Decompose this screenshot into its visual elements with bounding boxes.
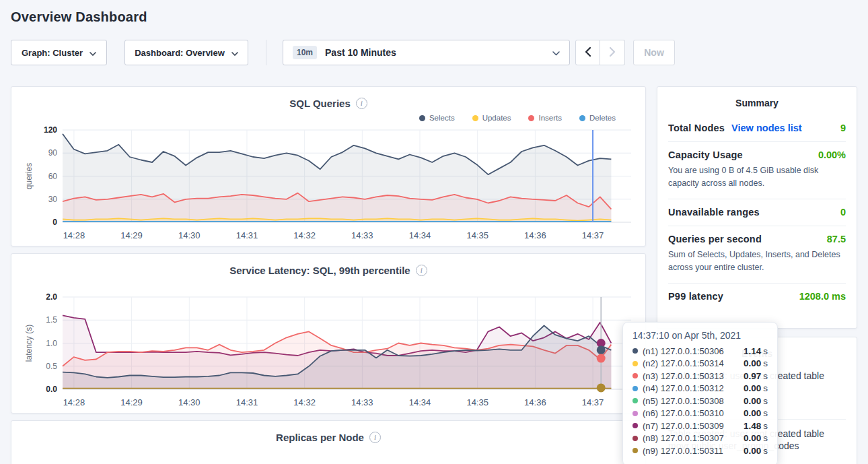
node-latency-value: 1.14s — [744, 346, 768, 356]
y-tick-label: 0 — [52, 218, 57, 227]
y-tick-label: 0.0 — [46, 385, 57, 394]
node-address: (n8) 127.0.0.1:50307 — [643, 433, 724, 443]
legend-item[interactable]: Deletes — [579, 114, 616, 122]
info-icon[interactable] — [416, 265, 427, 276]
hover-point — [597, 354, 606, 363]
queries-per-second-description: Sum of Selects, Updates, Inserts, and De… — [668, 248, 846, 275]
node-address: (n4) 127.0.0.1:50312 — [643, 383, 724, 393]
graph-dropdown[interactable]: Graph: Cluster — [11, 40, 107, 65]
node-address: (n3) 127.0.0.1:50313 — [643, 371, 724, 381]
node-address: (n5) 127.0.0.1:50308 — [643, 396, 724, 406]
tooltip-timestamp: 14:37:10 on Apr 5th, 2021 — [632, 330, 768, 341]
x-tick-label: 14:30 — [178, 230, 201, 240]
dashboard-dropdown[interactable]: Dashboard: Overview — [124, 40, 248, 65]
node-color-dot-icon — [632, 448, 638, 453]
node-color-dot-icon — [632, 386, 638, 391]
legend-item[interactable]: Selects — [419, 114, 455, 122]
x-tick-label: 14:37 — [582, 397, 604, 407]
x-tick-label: 14:34 — [409, 397, 431, 407]
legend-dot-icon — [528, 115, 534, 121]
queries-per-second-value: 87.5 — [827, 234, 846, 244]
replicas-chart-title: Replicas per Node — [276, 432, 364, 443]
legend-label: Deletes — [589, 114, 616, 122]
controls-divider — [266, 40, 266, 65]
node-color-dot-icon — [632, 436, 638, 441]
chevron-down-icon — [552, 46, 560, 59]
info-icon[interactable] — [356, 98, 367, 109]
legend-label: Selects — [429, 114, 455, 122]
x-tick-label: 14:35 — [466, 230, 489, 240]
node-color-dot-icon — [632, 411, 638, 416]
now-button[interactable]: Now — [633, 40, 675, 65]
summary-row-capacity-usage: Capacity Usage 0.00% You are using 0 B o… — [668, 141, 846, 199]
x-tick-label: 14:33 — [351, 230, 373, 240]
node-latency-value: 0.00s — [744, 396, 768, 406]
sql-queries-chart-canvas[interactable]: 14:2814:2914:3014:3114:3214:3314:3414:35… — [22, 125, 636, 242]
y-tick-label: 1.0 — [46, 339, 57, 348]
spacer — [22, 278, 635, 292]
tooltip-node-row: (n4) 127.0.0.1:50312 0.00s — [632, 383, 768, 395]
node-latency-value: 0.00s — [744, 446, 768, 456]
info-icon[interactable] — [369, 432, 381, 443]
graph-dropdown-label: Graph: Cluster — [22, 48, 83, 58]
summary-row-unavailable-ranges: Unavailable ranges 0 — [668, 199, 846, 226]
node-color-dot-icon — [632, 373, 638, 378]
x-tick-label: 14:32 — [293, 230, 316, 240]
y-tick-label: 30 — [48, 195, 58, 204]
chart-hover-tooltip: 14:37:10 on Apr 5th, 2021 (n1) 127.0.0.1… — [622, 322, 778, 464]
summary-row-queries-per-second: Queries per second 87.5 Sum of Selects, … — [668, 226, 846, 283]
node-address: (n1) 127.0.0.1:50306 — [643, 346, 724, 356]
node-color-dot-icon — [632, 398, 638, 403]
node-address: (n9) 127.0.0.1:50311 — [643, 446, 723, 456]
y-tick-label: 0.5 — [46, 362, 57, 371]
node-color-dot-icon — [632, 348, 638, 354]
legend-dot-icon — [472, 115, 478, 121]
y-tick-label: 60 — [48, 172, 58, 181]
node-address: (n7) 127.0.0.1:50309 — [643, 421, 724, 431]
view-nodes-list-link[interactable]: View nodes list — [731, 123, 802, 133]
legend-item[interactable]: Updates — [472, 114, 511, 122]
x-tick-label: 14:36 — [524, 397, 546, 407]
replicas-per-node-chart-card: Replicas per Node — [11, 420, 646, 464]
dashboard-dropdown-label: Dashboard: Overview — [135, 48, 225, 58]
time-back-button[interactable] — [575, 40, 600, 65]
y-tick-label: 1.5 — [46, 315, 57, 325]
hover-point — [597, 383, 606, 392]
time-step-buttons — [575, 40, 625, 65]
legend-dot-icon — [419, 115, 425, 121]
node-latency-value: 0.00s — [744, 433, 768, 443]
tooltip-node-row: (n3) 127.0.0.1:50313 0.97s — [632, 370, 768, 383]
node-address: (n2) 127.0.0.1:50314 — [643, 358, 724, 368]
x-tick-label: 14:28 — [63, 230, 85, 240]
x-tick-label: 14:35 — [466, 397, 489, 407]
x-tick-label: 14:37 — [582, 230, 604, 240]
time-window-badge: 10m — [293, 46, 317, 59]
sql-queries-chart-card: SQL Queries Selects Updates Inserts — [11, 86, 646, 246]
tooltip-node-row: (n9) 127.0.0.1:50311 0.00s — [632, 444, 768, 457]
summary-title: Summary — [668, 87, 846, 115]
service-latency-chart-card: Service Latency: SQL, 99th percentile 14… — [11, 253, 646, 413]
node-color-dot-icon — [632, 423, 638, 428]
tooltip-node-row: (n5) 127.0.0.1:50308 0.00s — [632, 395, 768, 407]
x-tick-label: 14:31 — [236, 397, 258, 407]
controls-bar: Graph: Cluster Dashboard: Overview 10m P… — [11, 40, 857, 65]
y-tick-label: 90 — [48, 148, 58, 158]
x-tick-label: 14:34 — [409, 230, 431, 240]
legend-item[interactable]: Inserts — [528, 114, 562, 122]
capacity-usage-label: Capacity Usage — [668, 150, 743, 160]
unavailable-ranges-value: 0 — [840, 207, 846, 218]
time-window-picker[interactable]: 10m Past 10 Minutes — [283, 40, 570, 65]
queries-per-second-label: Queries per second — [668, 234, 762, 244]
x-tick-label: 14:29 — [120, 397, 143, 407]
x-tick-label: 14:33 — [351, 397, 373, 407]
tooltip-node-row: (n8) 127.0.0.1:50307 0.00s — [632, 432, 768, 445]
time-forward-button-disabled[interactable] — [600, 40, 625, 65]
x-tick-label: 14:36 — [524, 230, 546, 240]
tooltip-node-row: (n1) 127.0.0.1:50306 1.14s — [632, 345, 768, 358]
y-tick-label: 2.0 — [46, 292, 57, 302]
chevron-right-icon — [610, 47, 616, 59]
service-latency-chart-title: Service Latency: SQL, 99th percentile — [229, 265, 410, 276]
legend-dot-icon — [579, 115, 585, 121]
time-window-label: Past 10 Minutes — [325, 47, 396, 58]
service-latency-chart-canvas[interactable]: 14:2814:2914:3014:3114:3214:3314:3414:35… — [22, 292, 636, 409]
